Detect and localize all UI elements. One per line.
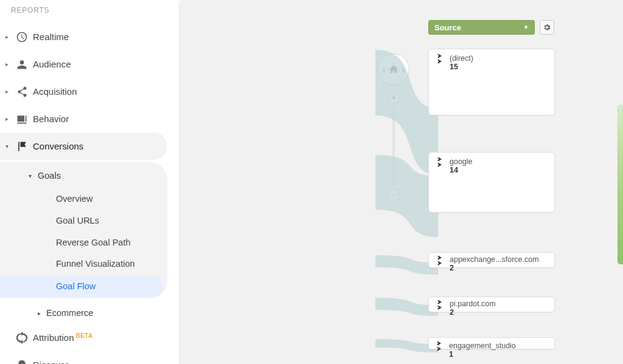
goals-goal-urls[interactable]: Goal URLs (0, 210, 164, 232)
nav-item-behavior[interactable]: ▸ Behavior (0, 105, 179, 132)
settings-button[interactable] (540, 20, 554, 35)
source-name: google (450, 157, 549, 166)
zoom-track[interactable] (392, 107, 395, 186)
clock-icon (11, 31, 33, 43)
goals-funnel-viz[interactable]: Funnel Visualization (0, 253, 164, 275)
nav-item-attribution[interactable]: AttributionBETA (0, 324, 179, 351)
nav-label: Discover (33, 360, 68, 364)
source-value: 2 (450, 264, 549, 272)
dimension-dropdown[interactable]: Source ▼ (428, 20, 535, 35)
chevron-down-icon: ▼ (523, 24, 529, 30)
source-node-pardot[interactable]: pi.pardot.com 2 (428, 297, 555, 312)
nav-item-acquisition[interactable]: ▸ Acquisition (0, 78, 179, 105)
source-name: pi.pardot.com (450, 300, 549, 308)
flag-icon (11, 140, 33, 153)
source-name: appexchange...sforce.com (450, 255, 549, 264)
source-arrow-icon (432, 340, 443, 352)
attribution-text: Attribution (33, 332, 74, 343)
source-value: 14 (450, 166, 549, 174)
share-icon (11, 86, 33, 98)
ecommerce-label: Ecommerce (46, 308, 93, 318)
source-name: engagement_studio (449, 342, 516, 350)
nav-item-audience[interactable]: ▸ Audience (0, 50, 179, 78)
caret-right-icon: ▸ (2, 61, 11, 67)
pan-control[interactable]: ‹ › (378, 53, 409, 85)
gear-icon (543, 23, 551, 32)
reports-section-label: REPORTS (0, 0, 179, 23)
source-arrow-icon (433, 156, 444, 168)
zoom-control: + - (389, 92, 398, 201)
nav-item-conversions[interactable]: ▾ Conversions (0, 132, 167, 160)
goals-heading-label: Goals (38, 171, 61, 180)
beta-badge: BETA (76, 332, 93, 339)
source-value: 1 (449, 350, 516, 359)
goals-goal-flow[interactable]: Goal Flow (0, 275, 164, 297)
person-icon (11, 58, 33, 70)
nav-label: AttributionBETA (33, 332, 92, 343)
pan-right-icon[interactable]: › (402, 65, 405, 74)
goal-step-node[interactable]: Thank You Page 34 (618, 105, 623, 264)
nav-label: Behavior (33, 114, 69, 124)
nav-label: Acquisition (33, 86, 77, 97)
source-node-appexchange[interactable]: appexchange...sforce.com 2 (428, 252, 555, 268)
goals-reverse-path[interactable]: Reverse Goal Path (0, 232, 164, 253)
source-arrow-icon (433, 299, 444, 311)
caret-right-icon: ▸ (2, 33, 11, 40)
ecommerce-heading[interactable]: Ecommerce (0, 302, 179, 324)
source-value: 2 (450, 308, 549, 317)
pan-left-icon[interactable]: ‹ (383, 65, 385, 74)
source-node-engagement-label: engagement_studio 1 (428, 342, 555, 359)
source-node-direct[interactable]: (direct) 15 (428, 49, 555, 115)
behavior-icon (11, 113, 33, 125)
source-value: 15 (450, 63, 549, 71)
goals-heading[interactable]: Goals (0, 163, 167, 188)
zoom-in-button[interactable]: + (388, 92, 399, 103)
home-icon[interactable] (388, 64, 399, 75)
caret-right-icon: ▸ (2, 88, 11, 95)
sankey-ribbons (179, 0, 623, 364)
zoom-out-button[interactable]: - (388, 190, 399, 201)
caret-down-icon: ▾ (2, 143, 11, 149)
attribution-icon (11, 332, 33, 344)
nav-item-realtime[interactable]: ▸ Realtime (0, 23, 179, 50)
lightbulb-icon (11, 359, 33, 365)
nav-list: ▸ Realtime ▸ Audience ▸ Acquisition ▸ (0, 23, 179, 364)
goals-subsection: Goals Overview Goal URLs Reverse Goal Pa… (0, 162, 167, 298)
sidebar: REPORTS ▸ Realtime ▸ Audience ▸ Acquisit… (0, 0, 179, 364)
goal-flow-canvas[interactable]: Source ▼ ‹ › + - (direct) 15 (179, 0, 623, 364)
nav-label: Conversions (33, 141, 83, 151)
nav-label: Realtime (33, 32, 69, 42)
dimension-label: Source (434, 23, 461, 32)
source-arrow-icon (433, 53, 444, 64)
source-node-google[interactable]: google 14 (428, 152, 555, 213)
caret-right-icon: ▸ (2, 115, 11, 122)
source-arrow-icon (433, 255, 444, 266)
source-name: (direct) (450, 54, 549, 63)
nav-label: Audience (33, 59, 71, 69)
nav-item-discover[interactable]: Discover (0, 351, 179, 364)
goals-overview[interactable]: Overview (0, 188, 164, 210)
